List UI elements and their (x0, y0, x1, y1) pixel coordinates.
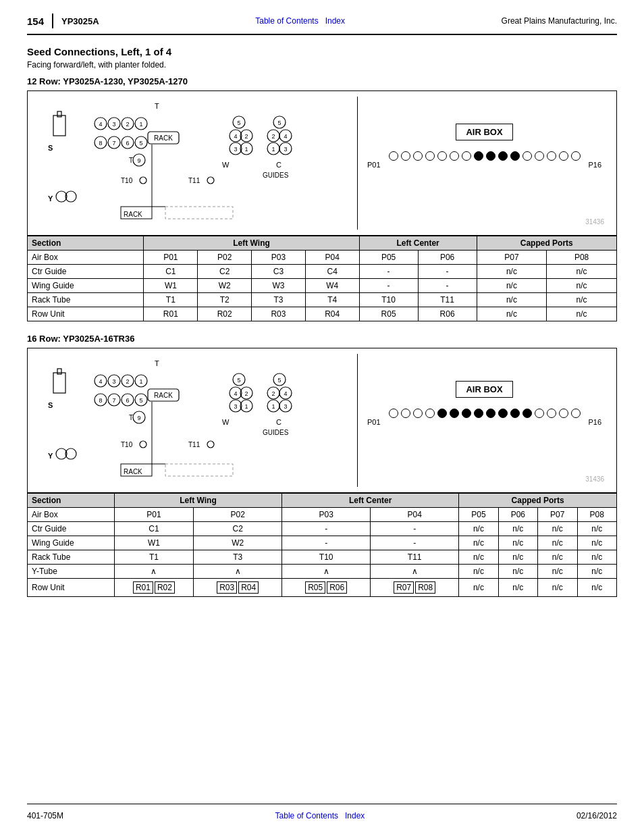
cell-value: ∧ (114, 565, 193, 579)
cell-value: - (418, 279, 477, 293)
footer-index-link[interactable]: Index (345, 811, 365, 820)
svg-point-91 (207, 441, 214, 448)
table-row: Air BoxP01P02P03P04P05P06P07P08 (28, 508, 617, 522)
svg-text:2: 2 (126, 121, 129, 128)
svg-rect-23 (53, 115, 65, 136)
svg-text:9: 9 (137, 157, 140, 164)
cell-value: P03 (252, 251, 306, 265)
page-number: 154 (27, 16, 44, 27)
cell-value: W4 (305, 279, 359, 293)
svg-text:5: 5 (139, 140, 142, 147)
svg-text:2: 2 (271, 390, 275, 397)
t2-col-section: Section (28, 494, 115, 508)
cell-value: P01 (144, 251, 198, 265)
col-cappedports: Capped Ports (477, 236, 616, 251)
header-right: Great Plains Manufacturing, Inc. (502, 16, 617, 26)
cell-value: - (282, 536, 371, 550)
cell-value: T2 (198, 293, 252, 307)
svg-text:1: 1 (139, 378, 142, 385)
cell-value: R05R06 (282, 579, 371, 597)
svg-text:7: 7 (112, 397, 115, 404)
cell-value: T1 (114, 550, 193, 565)
cell-value: n/c (577, 536, 616, 550)
cell-value: R01R02 (114, 579, 193, 597)
port-circle-16row-4 (425, 409, 435, 418)
svg-text:5: 5 (277, 120, 281, 126)
table-row: Ctr GuideC1C2--n/cn/cn/cn/c (28, 522, 617, 536)
cell-section: Y-Tube (28, 565, 115, 579)
cell-value: n/c (498, 579, 537, 597)
section-title: Seed Connections, Left, 1 of 4 (27, 46, 617, 57)
cell-value: W2 (194, 536, 282, 550)
toc-link[interactable]: Table of Contents (255, 16, 318, 26)
svg-text:4: 4 (234, 390, 237, 397)
header-center: Table of Contents Index (255, 16, 345, 26)
port-circle-12row-11 (510, 151, 520, 161)
port-circle-12row-4 (425, 151, 435, 161)
cell-value: - (418, 265, 477, 279)
cell-value: n/c (547, 293, 617, 307)
svg-text:5: 5 (139, 397, 142, 404)
cell-section: Row Unit (28, 579, 115, 597)
cell-section: Rack Tube (28, 550, 115, 565)
cell-value: R03 (252, 307, 306, 321)
svg-text:1: 1 (271, 146, 275, 153)
port-circle-12row-7 (462, 151, 471, 161)
diagram2-right: AIR BOX P01 P16 31436 (357, 354, 611, 487)
t2-col-leftcenter: Left Center (282, 494, 459, 508)
cell-value: n/c (498, 536, 537, 550)
port-circle-16row-10 (498, 409, 508, 418)
port-p01-label-2: P01 (367, 418, 381, 426)
port-row-2 (389, 409, 581, 418)
svg-text:T: T (155, 102, 159, 110)
cell-value: - (371, 536, 459, 550)
port-circle-16row-8 (474, 409, 483, 418)
svg-text:3: 3 (284, 146, 287, 153)
svg-text:4: 4 (284, 390, 287, 397)
svg-rect-57 (165, 207, 233, 219)
port-circle-12row-13 (535, 151, 544, 161)
footer-toc-link[interactable]: Table of Contents (275, 811, 338, 820)
cell-value: T1 (144, 293, 198, 307)
table-row: Rack TubeT1T2T3T4T10T11n/cn/c (28, 293, 617, 307)
svg-rect-83 (53, 373, 65, 393)
table1: Section Left Wing Left Center Capped Por… (27, 236, 617, 321)
diagram2-left: S T 4 3 2 1 RACK 8 7 6 5 T (33, 354, 357, 487)
svg-text:2: 2 (244, 133, 248, 140)
footer-right: 02/16/2012 (576, 811, 617, 820)
cell-value: n/c (477, 279, 547, 293)
svg-point-89 (140, 441, 146, 448)
port-p16-label: P16 (588, 161, 601, 169)
footer-left: 401-705M (27, 811, 63, 820)
svg-text:C: C (276, 418, 281, 426)
table-row: Wing GuideW1W2W3W4--n/cn/c (28, 279, 617, 293)
svg-text:1: 1 (139, 121, 142, 128)
svg-text:T10: T10 (121, 177, 133, 184)
port-circle-12row-3 (413, 151, 423, 161)
cell-value: n/c (459, 550, 498, 565)
header: 154 YP3025A Table of Contents Index Grea… (27, 14, 617, 35)
cell-value: - (282, 522, 371, 536)
t2-col-leftwing: Left Wing (114, 494, 281, 508)
table-row: Wing GuideW1W2--n/cn/cn/cn/c (28, 536, 617, 550)
cell-value: P02 (194, 508, 282, 522)
cell-value: P04 (371, 508, 459, 522)
cell-value: n/c (459, 579, 498, 597)
svg-text:W: W (222, 161, 230, 169)
footer: 401-705M Table of Contents Index 02/16/2… (27, 804, 617, 820)
diagram1-left: S T 4 3 2 1 RACK 8 7 (33, 97, 357, 230)
cell-section: Wing Guide (28, 279, 144, 293)
svg-text:5: 5 (237, 377, 240, 384)
port-p16-label-2: P16 (588, 418, 601, 426)
cell-section: Ctr Guide (28, 265, 144, 279)
port-circle-16row-11 (510, 409, 520, 418)
cell-value: P02 (198, 251, 252, 265)
index-link[interactable]: Index (325, 16, 345, 26)
cell-value: P01 (114, 508, 193, 522)
cell-value: n/c (577, 565, 616, 579)
table-row: Row UnitR01R02R03R04R05R06n/cn/c (28, 307, 617, 321)
cell-value: n/c (477, 265, 547, 279)
svg-text:S: S (48, 401, 53, 409)
cell-section: Air Box (28, 508, 115, 522)
svg-text:1: 1 (271, 403, 275, 410)
